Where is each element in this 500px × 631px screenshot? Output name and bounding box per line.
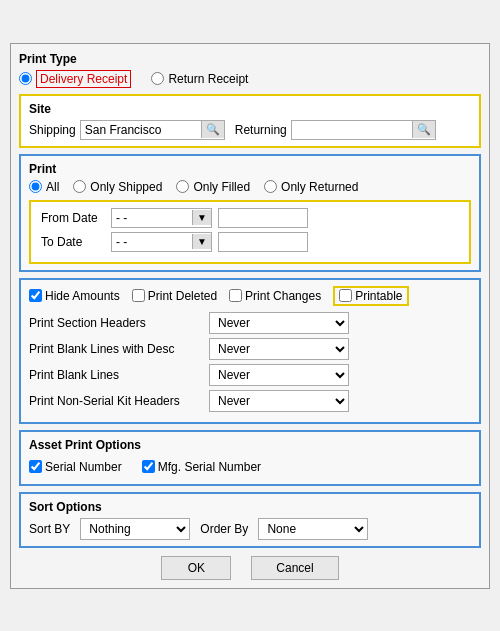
order-by-select[interactable]: None [258,518,368,540]
asset-print-options-label: Asset Print Options [29,438,471,452]
print-non-serial-label: Print Non-Serial Kit Headers [29,394,209,408]
hide-amounts-checkbox[interactable] [29,289,42,302]
print-blank-lines-row: Print Blank Lines Never [29,364,471,386]
printable-checkbox[interactable] [339,289,352,302]
from-date-dropdown-button[interactable]: ▼ [192,210,211,225]
sort-by-label: Sort BY [29,522,70,536]
mfg-serial-text: Mfg. Serial Number [158,460,261,474]
all-radio-label[interactable]: All [29,180,59,194]
to-date-label: To Date [41,235,111,249]
hide-amounts-text: Hide Amounts [45,289,120,303]
return-receipt-text: Return Receipt [168,72,248,86]
print-section: Print All Only Shipped Only Filled Only … [19,154,481,272]
checkboxes-row: Hide Amounts Print Deleted Print Changes… [29,286,471,306]
print-blank-lines-label: Print Blank Lines [29,368,209,382]
only-returned-text: Only Returned [281,180,358,194]
sort-row: Sort BY Nothing Order By None [29,518,471,540]
return-receipt-radio-label[interactable]: Return Receipt [151,72,248,86]
asset-checkboxes-row: Serial Number Mfg. Serial Number [29,456,471,478]
to-date-dropdown-button[interactable]: ▼ [192,234,211,249]
only-filled-text: Only Filled [193,180,250,194]
print-non-serial-row: Print Non-Serial Kit Headers Never [29,390,471,412]
dialog-container: Print Type Delivery Receipt Return Recei… [10,43,490,589]
serial-number-text: Serial Number [45,460,122,474]
mfg-serial-label[interactable]: Mfg. Serial Number [142,460,261,474]
print-radio-row: All Only Shipped Only Filled Only Return… [29,180,471,194]
date-inner-section: From Date ▼ To Date ▼ [29,200,471,264]
all-radio[interactable] [29,180,42,193]
only-shipped-radio[interactable] [73,180,86,193]
from-date-select-wrap: ▼ [111,208,212,228]
printable-label[interactable]: Printable [339,289,402,303]
asset-print-options-section: Asset Print Options Serial Number Mfg. S… [19,430,481,486]
shipping-input[interactable] [81,121,201,139]
site-row: Shipping 🔍 Returning 🔍 [29,120,471,140]
printable-text: Printable [355,289,402,303]
shipping-field: Shipping 🔍 [29,120,225,140]
only-filled-radio-label[interactable]: Only Filled [176,180,250,194]
only-shipped-radio-label[interactable]: Only Shipped [73,180,162,194]
shipping-search-button[interactable]: 🔍 [201,121,224,138]
to-date-row: To Date ▼ [41,232,459,252]
print-deleted-label[interactable]: Print Deleted [132,289,217,303]
return-receipt-radio[interactable] [151,72,164,85]
print-section-headers-select[interactable]: Never [209,312,349,334]
print-label: Print [29,162,471,176]
returning-input[interactable] [292,121,412,139]
print-non-serial-select[interactable]: Never [209,390,349,412]
print-section-headers-row: Print Section Headers Never [29,312,471,334]
returning-search-button[interactable]: 🔍 [412,121,435,138]
only-returned-radio-label[interactable]: Only Returned [264,180,358,194]
print-blank-lines-select[interactable]: Never [209,364,349,386]
print-blank-lines-desc-label: Print Blank Lines with Desc [29,342,209,356]
print-changes-text: Print Changes [245,289,321,303]
print-changes-label[interactable]: Print Changes [229,289,321,303]
serial-number-label[interactable]: Serial Number [29,460,122,474]
from-date-row: From Date ▼ [41,208,459,228]
print-blank-lines-desc-row: Print Blank Lines with Desc Never [29,338,471,360]
mfg-serial-checkbox[interactable] [142,460,155,473]
sort-options-label: Sort Options [29,500,471,514]
site-label: Site [29,102,471,116]
ok-button[interactable]: OK [161,556,231,580]
returning-input-wrap: 🔍 [291,120,436,140]
print-deleted-text: Print Deleted [148,289,217,303]
shipping-input-wrap: 🔍 [80,120,225,140]
print-type-label: Print Type [19,52,481,66]
delivery-receipt-radio-label[interactable]: Delivery Receipt [19,70,131,88]
delivery-receipt-text: Delivery Receipt [36,70,131,88]
from-date-label: From Date [41,211,111,225]
all-text: All [46,180,59,194]
only-filled-radio[interactable] [176,180,189,193]
printable-wrap: Printable [333,286,408,306]
sort-by-select[interactable]: Nothing [80,518,190,540]
options-section: Hide Amounts Print Deleted Print Changes… [19,278,481,424]
from-date-text-input[interactable] [218,208,308,228]
buttons-row: OK Cancel [19,556,481,580]
print-type-row: Delivery Receipt Return Receipt [19,70,481,88]
to-date-select-wrap: ▼ [111,232,212,252]
serial-number-checkbox[interactable] [29,460,42,473]
print-blank-lines-desc-select[interactable]: Never [209,338,349,360]
returning-label: Returning [235,123,287,137]
returning-field: Returning 🔍 [235,120,436,140]
print-changes-checkbox[interactable] [229,289,242,302]
print-deleted-checkbox[interactable] [132,289,145,302]
site-section: Site Shipping 🔍 Returning 🔍 [19,94,481,148]
sort-options-section: Sort Options Sort BY Nothing Order By No… [19,492,481,548]
order-by-label: Order By [200,522,248,536]
to-date-text-input[interactable] [218,232,308,252]
print-section-headers-label: Print Section Headers [29,316,209,330]
hide-amounts-label[interactable]: Hide Amounts [29,289,120,303]
only-shipped-text: Only Shipped [90,180,162,194]
print-type-section: Print Type Delivery Receipt Return Recei… [19,52,481,88]
from-date-select[interactable] [112,209,192,227]
cancel-button[interactable]: Cancel [251,556,338,580]
shipping-label: Shipping [29,123,76,137]
only-returned-radio[interactable] [264,180,277,193]
to-date-select[interactable] [112,233,192,251]
delivery-receipt-radio[interactable] [19,72,32,85]
